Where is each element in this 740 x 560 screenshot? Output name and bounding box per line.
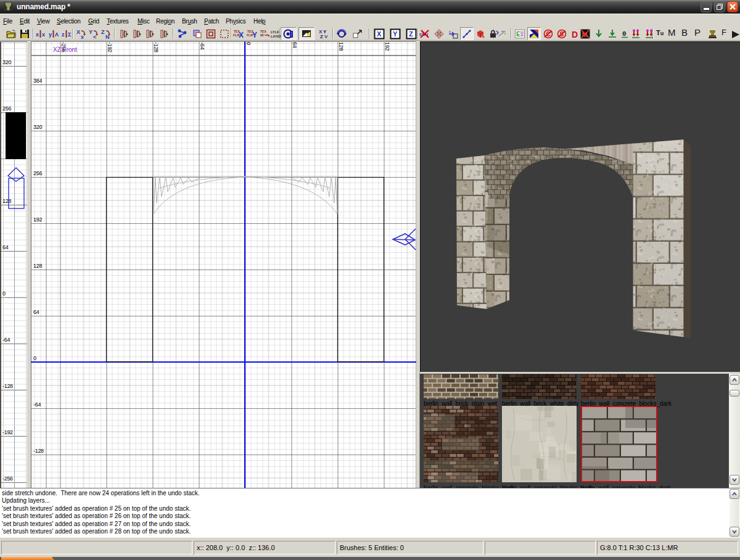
svg-text:Σ: Σ (68, 31, 72, 38)
svg-text:Y: Y (252, 31, 257, 39)
svg-text:x: x (81, 34, 84, 39)
svg-text:Y: Y (393, 30, 398, 38)
svg-text:N: N (105, 34, 110, 39)
svg-text:x: x (36, 31, 39, 38)
svg-text:Z: Z (409, 30, 413, 38)
svg-text:90°: 90° (260, 33, 265, 37)
svg-text:LAYER: LAYER (271, 35, 281, 38)
svg-text:Y: Y (89, 29, 92, 35)
svg-text:y: y (49, 31, 52, 38)
svg-text:x: x (449, 30, 451, 33)
svg-text:X: X (76, 29, 80, 35)
svg-text:z: z (62, 31, 65, 38)
svg-text:x: x (42, 31, 45, 38)
svg-text:<: < (93, 34, 96, 39)
svg-text:LYLE: LYLE (271, 30, 279, 34)
svg-text:0: 0 (622, 30, 627, 38)
svg-text:Z: Z (101, 29, 105, 35)
svg-text:X: X (377, 30, 382, 38)
svg-text:V: V (324, 34, 328, 39)
svg-text:Z: Z (320, 34, 323, 39)
svg-text:D: D (572, 30, 578, 39)
svg-text:E: E (516, 31, 520, 38)
svg-text:X: X (239, 31, 244, 39)
svg-text:Λ: Λ (55, 31, 59, 38)
